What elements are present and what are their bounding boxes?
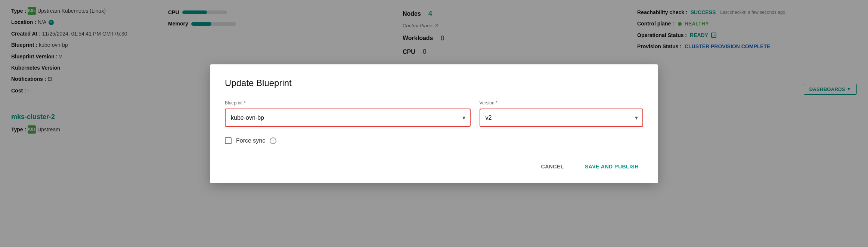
save-and-publish-button[interactable]: SAVE AND PUBLISH bbox=[580, 161, 643, 173]
blueprint-select-wrap[interactable]: kube-ovn-bp ▾ bbox=[225, 109, 471, 127]
version-select[interactable]: v2 bbox=[480, 109, 642, 126]
force-sync-row: Force sync i bbox=[225, 137, 643, 144]
modal-overlay: Update Blueprint Blueprint * kube-ovn-bp… bbox=[0, 0, 868, 247]
force-sync-info-icon[interactable]: i bbox=[270, 137, 276, 144]
modal-actions: CANCEL SAVE AND PUBLISH bbox=[225, 158, 643, 173]
blueprint-select[interactable]: kube-ovn-bp bbox=[226, 109, 470, 126]
force-sync-checkbox[interactable] bbox=[225, 137, 232, 144]
blueprint-field-group: Blueprint * kube-ovn-bp ▾ bbox=[225, 100, 471, 127]
blueprint-field-label: Blueprint * bbox=[225, 100, 471, 106]
version-field-label: Version * bbox=[480, 100, 643, 106]
cancel-button[interactable]: CANCEL bbox=[537, 161, 568, 173]
update-blueprint-modal: Update Blueprint Blueprint * kube-ovn-bp… bbox=[210, 64, 658, 183]
force-sync-label: Force sync bbox=[236, 137, 265, 144]
version-select-wrap[interactable]: v2 ▾ bbox=[480, 109, 643, 127]
modal-fields: Blueprint * kube-ovn-bp ▾ Version * v2 ▾ bbox=[225, 100, 643, 127]
modal-title: Update Blueprint bbox=[225, 78, 643, 88]
version-field-group: Version * v2 ▾ bbox=[480, 100, 643, 127]
